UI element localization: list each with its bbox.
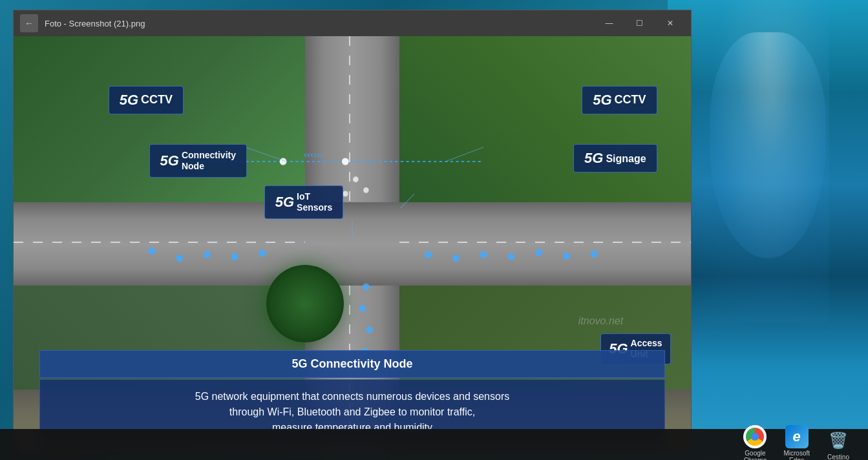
foto-window: ← Foto - Screenshot (21).png — ☐ ✕ [13, 10, 692, 452]
svg-point-14 [176, 255, 183, 262]
taskbar-chrome[interactable]: GoogleChrome [738, 424, 772, 460]
svg-point-26 [359, 305, 366, 312]
svg-line-8 [245, 147, 286, 162]
svg-point-15 [204, 251, 211, 258]
window-title: Foto - Screenshot (21).png [45, 19, 595, 28]
svg-text:‹‹‹‹‹‹: ‹‹‹‹‹‹ [304, 149, 323, 160]
svg-point-16 [231, 253, 238, 260]
svg-point-24 [591, 250, 598, 257]
label-5g-signage: 5G Signage [573, 144, 657, 172]
label-5g-cctv-topleft: 5G CCTV [109, 86, 184, 114]
label-5g-connectivity-node: 5G ConnectivityNode [149, 144, 247, 178]
maximize-button[interactable]: ☐ [625, 14, 654, 33]
chrome-ring [746, 428, 764, 446]
svg-point-17 [259, 249, 266, 256]
svg-point-5 [353, 176, 359, 182]
image-content: ›››› ‹‹‹‹‹‹ [14, 36, 691, 452]
taskbar-edge[interactable]: e MicrosoftEdge [778, 424, 815, 460]
svg-point-22 [535, 249, 542, 256]
svg-point-6 [343, 191, 348, 196]
svg-point-18 [425, 251, 432, 258]
svg-point-7 [363, 187, 369, 193]
svg-point-19 [452, 255, 460, 262]
info-title: 5G Connectivity Node [39, 350, 665, 378]
svg-line-9 [445, 147, 483, 162]
edge-label: MicrosoftEdge [783, 450, 810, 460]
desktop-wallpaper-right [668, 0, 868, 460]
back-button[interactable]: ← [20, 14, 38, 32]
svg-point-25 [363, 283, 370, 290]
svg-point-20 [480, 251, 487, 258]
minimize-button[interactable]: — [595, 14, 624, 33]
svg-point-4 [342, 158, 349, 165]
label-5g-iot-sensors: 5G IoTSensors [264, 185, 344, 219]
taskbar-recycle[interactable]: 🗑️ Cestino [821, 428, 855, 461]
edge-icon: e [785, 425, 809, 448]
svg-point-21 [508, 253, 515, 260]
taskbar: GoogleChrome e MicrosoftEdge 🗑️ Cestino [0, 429, 868, 460]
recycle-label: Cestino [827, 454, 849, 461]
svg-point-27 [366, 326, 373, 333]
chrome-icon [743, 425, 767, 448]
svg-point-23 [563, 253, 570, 260]
svg-point-13 [149, 247, 156, 255]
window-controls: — ☐ ✕ [595, 14, 684, 33]
recycle-icon: 🗑️ [827, 429, 850, 452]
chrome-label: GoogleChrome [744, 450, 767, 460]
title-bar: ← Foto - Screenshot (21).png — ☐ ✕ [14, 10, 691, 36]
watermark: itnovo.net [578, 315, 623, 327]
close-button[interactable]: ✕ [655, 14, 684, 33]
svg-line-11 [401, 194, 414, 208]
label-5g-cctv-topright: 5G CCTV [582, 86, 657, 114]
